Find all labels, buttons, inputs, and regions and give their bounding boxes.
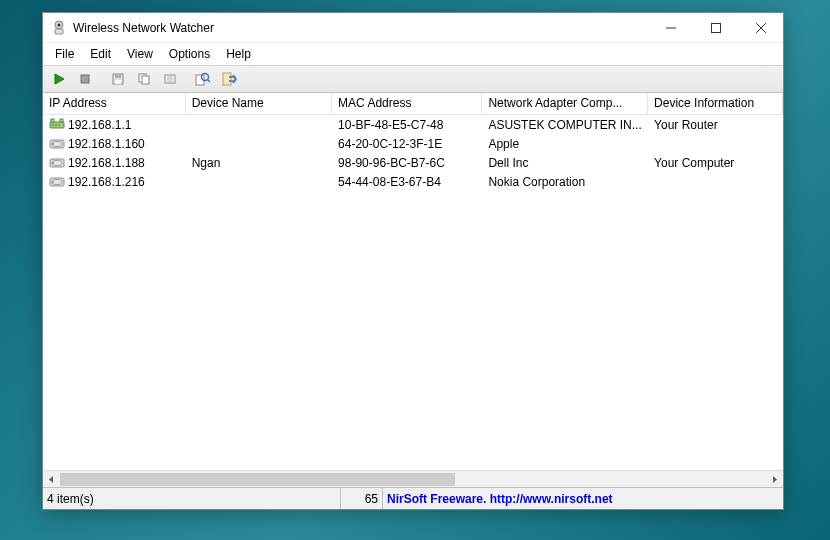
cell-mac: 10-BF-48-E5-C7-48: [332, 118, 482, 132]
cell-company: ASUSTEK COMPUTER IN...: [482, 118, 648, 132]
svg-rect-11: [115, 80, 121, 84]
close-button[interactable]: [738, 13, 783, 42]
menu-help[interactable]: Help: [218, 45, 259, 63]
svg-point-1: [58, 23, 61, 26]
status-credit: NirSoft Freeware. http://www.nirsoft.net: [383, 488, 783, 509]
ip-text: 192.168.1.1: [68, 118, 131, 132]
rows-container: 192.168.1.110-BF-48-E5-C7-48ASUSTEK COMP…: [43, 115, 783, 470]
app-window: Wireless Network Watcher File Edit View …: [42, 12, 784, 510]
device-icon: [49, 175, 65, 189]
cell-info: Your Computer: [648, 156, 783, 170]
cell-ip: 192.168.1.1: [43, 118, 186, 132]
svg-marker-38: [773, 476, 777, 483]
status-scan-count: 65: [341, 488, 383, 509]
cell-ip: 192.168.1.216: [43, 175, 186, 189]
find-button[interactable]: [191, 68, 215, 90]
minimize-button[interactable]: [648, 13, 693, 42]
scroll-thumb[interactable]: [60, 473, 455, 486]
statusbar: 4 item(s) 65 NirSoft Freeware. http://ww…: [43, 487, 783, 509]
table-row[interactable]: 192.168.1.188Ngan98-90-96-BC-B7-6CDell I…: [43, 153, 783, 172]
header-info[interactable]: Device Information: [648, 93, 783, 114]
svg-rect-13: [142, 76, 149, 84]
menu-file[interactable]: File: [47, 45, 82, 63]
svg-rect-22: [50, 122, 64, 128]
list-view[interactable]: IP Address Device Name MAC Address Netwo…: [43, 93, 783, 487]
cell-info: Your Router: [648, 118, 783, 132]
svg-point-25: [52, 124, 54, 126]
horizontal-scrollbar[interactable]: [43, 470, 783, 487]
table-row[interactable]: 192.168.1.110-BF-48-E5-C7-48ASUSTEK COMP…: [43, 115, 783, 134]
svg-line-20: [208, 80, 211, 83]
svg-rect-10: [115, 74, 121, 78]
toolbar-separator: [186, 70, 187, 88]
play-button[interactable]: [47, 68, 71, 90]
header-mac[interactable]: MAC Address: [332, 93, 482, 114]
credit-link[interactable]: NirSoft Freeware. http://www.nirsoft.net: [387, 492, 613, 506]
svg-point-27: [58, 124, 60, 126]
svg-marker-37: [49, 476, 53, 483]
scroll-left-button[interactable]: [43, 471, 60, 488]
svg-rect-8: [81, 75, 89, 83]
cell-company: Dell Inc: [482, 156, 648, 170]
header-device[interactable]: Device Name: [186, 93, 332, 114]
table-row[interactable]: 192.168.1.16064-20-0C-12-3F-1EApple: [43, 134, 783, 153]
save-button[interactable]: [106, 68, 130, 90]
svg-point-26: [55, 124, 57, 126]
table-row[interactable]: 192.168.1.21654-44-08-E3-67-B4Nokia Corp…: [43, 172, 783, 191]
svg-rect-33: [52, 162, 54, 163]
header-company[interactable]: Network Adapter Comp...: [482, 93, 648, 114]
svg-marker-7: [55, 74, 64, 84]
window-title: Wireless Network Watcher: [73, 21, 648, 35]
menu-edit[interactable]: Edit: [82, 45, 119, 63]
svg-rect-4: [711, 23, 720, 32]
cell-device: Ngan: [186, 156, 332, 170]
svg-rect-30: [52, 143, 54, 144]
ip-text: 192.168.1.188: [68, 156, 145, 170]
svg-rect-36: [52, 181, 54, 182]
svg-rect-24: [60, 119, 63, 122]
toolbar-separator: [101, 70, 102, 88]
titlebar: Wireless Network Watcher: [43, 13, 783, 43]
copy-button[interactable]: [132, 68, 156, 90]
column-headers: IP Address Device Name MAC Address Netwo…: [43, 93, 783, 115]
cell-ip: 192.168.1.188: [43, 156, 186, 170]
device-icon: [49, 137, 65, 151]
app-icon: [51, 20, 67, 36]
menu-view[interactable]: View: [119, 45, 161, 63]
menu-options[interactable]: Options: [161, 45, 218, 63]
cell-company: Nokia Corporation: [482, 175, 648, 189]
scroll-right-button[interactable]: [766, 471, 783, 488]
ip-text: 192.168.1.160: [68, 137, 145, 151]
properties-button[interactable]: [158, 68, 182, 90]
svg-rect-23: [51, 119, 54, 122]
maximize-button[interactable]: [693, 13, 738, 42]
menubar: File Edit View Options Help: [43, 43, 783, 65]
cell-mac: 54-44-08-E3-67-B4: [332, 175, 482, 189]
scroll-track[interactable]: [60, 471, 766, 488]
toolbar: [43, 65, 783, 93]
cell-company: Apple: [482, 137, 648, 151]
cell-mac: 64-20-0C-12-3F-1E: [332, 137, 482, 151]
status-item-count: 4 item(s): [43, 488, 341, 509]
svg-rect-21: [223, 73, 231, 85]
svg-rect-2: [55, 29, 63, 34]
cell-ip: 192.168.1.160: [43, 137, 186, 151]
ip-text: 192.168.1.216: [68, 175, 145, 189]
router-icon: [49, 118, 65, 132]
stop-button[interactable]: [73, 68, 97, 90]
exit-button[interactable]: [217, 68, 241, 90]
device-icon: [49, 156, 65, 170]
cell-mac: 98-90-96-BC-B7-6C: [332, 156, 482, 170]
header-ip[interactable]: IP Address: [43, 93, 186, 114]
window-controls: [648, 13, 783, 42]
